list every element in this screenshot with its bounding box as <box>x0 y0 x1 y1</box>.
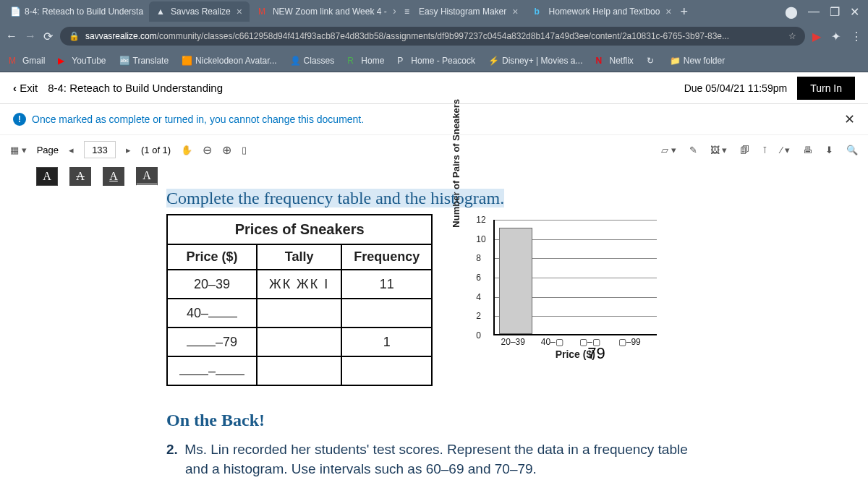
list-icon: ≡ <box>404 7 414 17</box>
text-style-underline[interactable]: A <box>103 167 124 186</box>
x-axis-label: Price ($) <box>493 348 657 360</box>
due-date: Due 05/04/21 11:59pm <box>684 82 787 94</box>
close-icon[interactable]: × <box>393 6 396 17</box>
dismiss-warning-button[interactable]: ✕ <box>844 111 855 127</box>
highlight-button[interactable]: ▱ ▾ <box>661 145 676 155</box>
text-style-strike[interactable]: A <box>69 167 91 186</box>
close-icon[interactable]: × <box>512 6 518 17</box>
tab-4[interactable]: bHomework Help and Textboo× <box>527 1 671 22</box>
extension-icon[interactable]: ▶ <box>812 30 821 43</box>
forward-button[interactable]: → <box>25 30 36 43</box>
histogram-chart: Number of Pairs of Sneakers 12 10 8 6 4 … <box>461 214 664 359</box>
document-content: Complete the frequency table and the his… <box>0 189 868 488</box>
menu-icon[interactable]: ⋮ <box>851 30 862 43</box>
page-number-input[interactable] <box>84 141 116 158</box>
gmail-icon: M <box>258 7 268 17</box>
student-answer[interactable]: 79 <box>587 344 605 363</box>
bookmarks-bar: MGmail ▶YouTube 🔤Translate 🟧Nickelodeon … <box>0 49 868 72</box>
tab-3[interactable]: ≡Easy Histogram Maker× <box>397 1 526 22</box>
new-tab-button[interactable]: + <box>673 4 695 20</box>
page-total: (1 of 1) <box>141 145 171 155</box>
url-input[interactable]: 🔒 savvasrealize.com/community/classes/c6… <box>60 27 805 46</box>
warning-text: Once marked as complete or turned in, yo… <box>32 114 364 125</box>
minimize-icon[interactable]: — <box>808 5 820 19</box>
warning-banner: ! Once marked as complete or turned in, … <box>0 104 868 135</box>
user-icon[interactable]: ⬤ <box>785 5 798 19</box>
doc-icon: 📄 <box>10 7 20 17</box>
bookmark-star-icon[interactable]: ☆ <box>788 31 796 41</box>
bookmark-nick[interactable]: 🟧Nickelodeon Avatar... <box>182 56 277 66</box>
bookmark-peacock[interactable]: PHome - Peacock <box>397 56 475 66</box>
table-row: 40– <box>167 299 432 328</box>
print-button[interactable]: 🖶 <box>803 145 812 155</box>
assignment-title: 8-4: Reteach to Build Understanding <box>48 82 223 94</box>
text-button[interactable]: ⊺ <box>762 145 767 155</box>
col-price: Price ($) <box>167 244 257 270</box>
question-2: 2. Ms. Lin recorded her students' test s… <box>166 440 702 479</box>
close-icon[interactable]: × <box>237 6 242 17</box>
maximize-icon[interactable]: ❐ <box>830 5 840 19</box>
bookmark-history[interactable]: ↻ <box>647 56 657 66</box>
bookmark-youtube[interactable]: ▶YouTube <box>58 56 106 66</box>
exit-button[interactable]: ‹ Exit <box>13 82 38 94</box>
tab-strip: 📄8-4: Reteach to Build Understa× ▲Savvas… <box>0 0 868 23</box>
draw-button[interactable]: ✎ <box>689 145 697 155</box>
col-tally: Tally <box>257 244 341 270</box>
bookmark-netflix[interactable]: NNetflix <box>596 56 634 66</box>
address-bar: ← → ⟳ 🔒 savvasrealize.com/community/clas… <box>0 23 868 49</box>
tab-2[interactable]: MNEW Zoom link and Week 4 -× <box>251 1 396 22</box>
table-row: 20–39 ЖК ЖК I 11 <box>167 270 432 299</box>
bookmark-home[interactable]: RHome <box>347 56 384 66</box>
prev-page-button[interactable]: ◂ <box>69 145 74 155</box>
back-button[interactable]: ← <box>6 30 17 43</box>
table-row: –79 1 <box>167 328 432 356</box>
pan-tool-button[interactable]: ✋ <box>181 145 192 155</box>
close-icon[interactable]: × <box>665 6 671 17</box>
frequency-table: Prices of Sneakers Price ($) Tally Frequ… <box>166 214 433 386</box>
bartleby-icon: b <box>534 7 544 17</box>
bookmark-translate[interactable]: 🔤Translate <box>119 56 169 66</box>
text-style-plain[interactable]: A <box>36 167 58 186</box>
bar-20-39 <box>499 228 532 334</box>
col-freq: Frequency <box>341 244 432 270</box>
tab-1[interactable]: ▲Savvas Realize× <box>149 1 250 22</box>
line-button[interactable]: ⁄ ▾ <box>780 145 790 155</box>
note-button[interactable]: 🗐 <box>740 145 749 155</box>
tab-0[interactable]: 📄8-4: Reteach to Build Understa× <box>3 1 148 22</box>
info-icon: ! <box>13 113 26 126</box>
assignment-header: ‹ Exit 8-4: Reteach to Build Understandi… <box>0 72 868 104</box>
on-the-back-heading: On the Back! <box>166 411 702 430</box>
search-button[interactable]: 🔍 <box>846 145 858 155</box>
lock-icon: 🔒 <box>69 31 80 41</box>
thumbnails-button[interactable]: ▦ ▾ <box>10 145 27 155</box>
table-row: – <box>167 356 432 385</box>
y-axis-label: Number of Pairs of Sneakers <box>451 99 461 228</box>
image-button[interactable]: 🖼 ▾ <box>710 145 728 155</box>
zoom-out-button[interactable]: ⊖ <box>203 143 212 157</box>
bookmark-folder[interactable]: 📁New folder <box>670 56 725 66</box>
close-window-icon[interactable]: ✕ <box>850 5 859 19</box>
page-label: Page <box>37 145 59 155</box>
table-title: Prices of Sneakers <box>167 215 432 244</box>
turn-in-button[interactable]: Turn In <box>797 77 855 100</box>
bookmark-classes[interactable]: 👤Classes <box>290 56 335 66</box>
device-button[interactable]: ▯ <box>242 145 247 155</box>
savvas-icon: ▲ <box>156 7 166 17</box>
text-style-squiggle[interactable]: A <box>136 167 158 186</box>
reload-button[interactable]: ⟳ <box>43 30 53 43</box>
puzzle-icon[interactable]: ✦ <box>831 30 841 43</box>
bookmark-disney[interactable]: ⚡Disney+ | Movies a... <box>488 56 583 66</box>
document-toolbar: ▦ ▾ Page ◂ ▸ (1 of 1) ✋ ⊖ ⊕ ▯ ▱ ▾ ✎ 🖼 ▾ … <box>0 135 868 164</box>
next-page-button[interactable]: ▸ <box>126 145 131 155</box>
download-button[interactable]: ⬇ <box>825 145 833 155</box>
zoom-in-button[interactable]: ⊕ <box>222 143 231 157</box>
text-style-toolbar: A A A A <box>0 164 868 189</box>
bookmark-gmail[interactable]: MGmail <box>9 56 45 66</box>
